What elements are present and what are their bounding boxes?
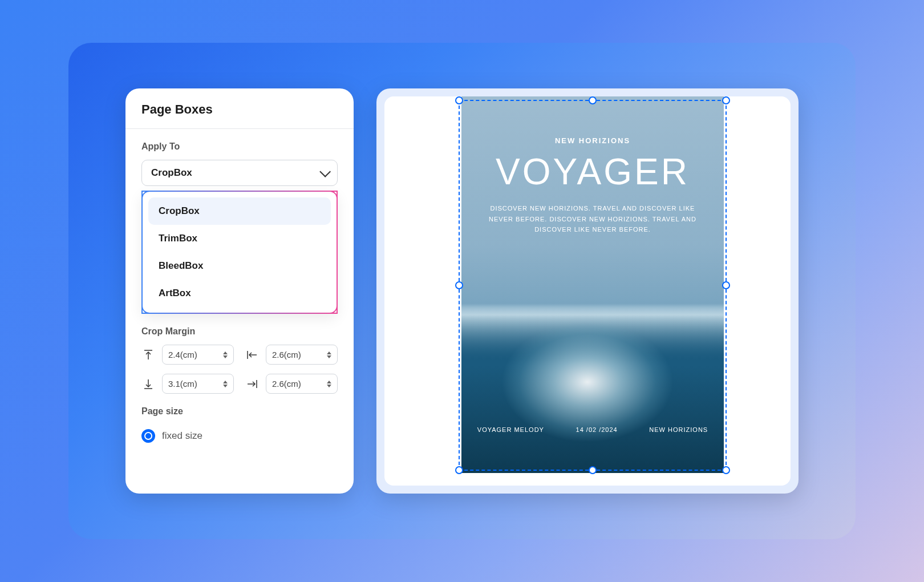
handle-top-right[interactable] [722, 96, 730, 104]
dropdown-option-trimbox[interactable]: TrimBox [148, 225, 331, 252]
margin-left-icon [245, 348, 259, 362]
stepper-arrows-icon[interactable] [327, 351, 331, 358]
handle-middle-right[interactable] [722, 281, 730, 289]
dropdown-option-bleedbox[interactable]: BleedBox [148, 252, 331, 280]
margin-top-icon [141, 348, 155, 362]
margin-left-input[interactable]: 2.6(cm) [266, 345, 338, 365]
dropdown-option-cropbox[interactable]: CropBox [148, 197, 331, 225]
doc-title: VOYAGER [496, 151, 690, 193]
handle-middle-left[interactable] [455, 281, 463, 289]
fixed-size-radio[interactable] [141, 429, 155, 443]
margin-bottom-input[interactable]: 3.1(cm) [162, 374, 234, 394]
margin-right-icon [245, 377, 259, 391]
crop-margin-label: Crop Margin [125, 314, 354, 345]
preview-container: NEW HORIZIONS VOYAGER DISCOVER NEW HORIZ… [376, 88, 799, 494]
margin-bottom-value: 3.1(cm) [168, 379, 197, 389]
chevron-down-icon [319, 166, 331, 177]
apply-to-select[interactable]: CropBox [141, 160, 338, 186]
panel-title: Page Boxes [125, 102, 354, 129]
apply-to-label: Apply To [125, 129, 354, 160]
select-value: CropBox [151, 167, 192, 179]
document-preview: NEW HORIZIONS VOYAGER DISCOVER NEW HORIZ… [461, 96, 724, 473]
preview-canvas[interactable]: NEW HORIZIONS VOYAGER DISCOVER NEW HORIZ… [384, 96, 791, 486]
margin-grid: 2.4(cm) 2.6(cm) 3.1(cm) [125, 345, 354, 394]
margin-right-value: 2.6(cm) [272, 379, 301, 389]
page-size-label: Page size [125, 394, 354, 425]
fixed-size-label: fixed size [162, 430, 202, 442]
stepper-arrows-icon[interactable] [223, 381, 228, 387]
margin-left-value: 2.6(cm) [272, 350, 301, 359]
doc-footer-center: 14 /02 /2024 [576, 426, 618, 433]
handle-bottom-center[interactable] [589, 466, 597, 474]
doc-subtitle: NEW HORIZIONS [555, 136, 630, 145]
apply-to-dropdown: CropBox TrimBox BleedBox ArtBox [141, 191, 338, 314]
app-container: Page Boxes Apply To CropBox CropBox Trim… [68, 43, 856, 539]
doc-footer-right: NEW HORIZIONS [649, 426, 708, 433]
stepper-arrows-icon[interactable] [223, 351, 228, 358]
stepper-arrows-icon[interactable] [327, 381, 331, 387]
dropdown-option-artbox[interactable]: ArtBox [148, 280, 331, 307]
doc-description: DISCOVER NEW HORIZIONS. TRAVEL AND DISCO… [461, 203, 724, 235]
doc-footer: VOYAGER MELODY 14 /02 /2024 NEW HORIZION… [461, 426, 724, 433]
handle-bottom-right[interactable] [722, 466, 730, 474]
handle-bottom-left[interactable] [455, 466, 463, 474]
margin-right-input[interactable]: 2.6(cm) [266, 374, 338, 394]
margin-bottom-icon [141, 377, 155, 391]
handle-top-center[interactable] [589, 96, 597, 104]
doc-footer-left: VOYAGER MELODY [477, 426, 544, 433]
handle-top-left[interactable] [455, 96, 463, 104]
margin-top-input[interactable]: 2.4(cm) [162, 345, 234, 365]
margin-top-value: 2.4(cm) [168, 350, 197, 359]
page-boxes-panel: Page Boxes Apply To CropBox CropBox Trim… [125, 88, 354, 494]
